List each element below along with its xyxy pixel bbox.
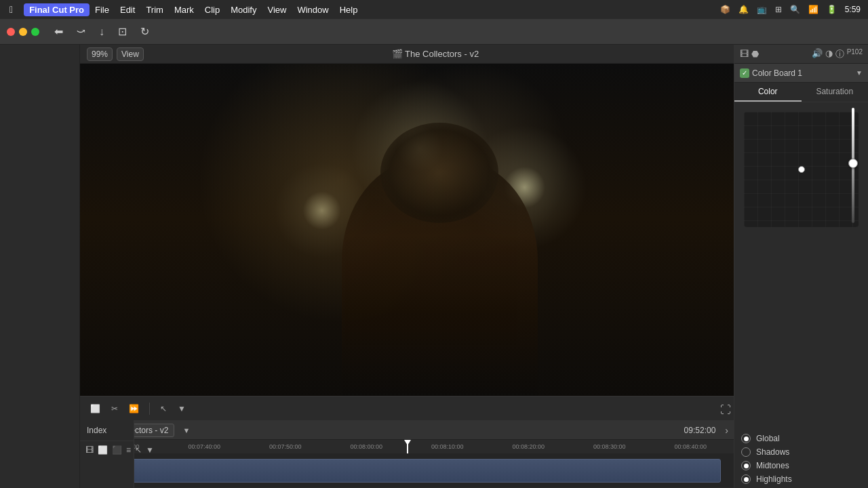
back-button[interactable]: ⬅ <box>50 22 67 41</box>
left-sidebar <box>0 45 80 488</box>
tool-chevron[interactable]: ▼ <box>174 402 189 415</box>
clip-icon[interactable]: ⬜ <box>98 445 108 455</box>
radio-midtones[interactable] <box>741 461 751 470</box>
video-canvas[interactable] <box>80 64 734 450</box>
saturation-slider[interactable] <box>846 108 860 223</box>
ruler-mark-3: 00:07:50:00 <box>245 443 326 450</box>
radio-highlights-dot <box>744 477 749 482</box>
range-global[interactable]: Global <box>741 434 861 443</box>
forward-button[interactable]: ⤺ <box>73 22 90 41</box>
grid-icon: ⊞ <box>773 5 784 14</box>
tab-saturation[interactable]: Saturation <box>802 83 869 102</box>
ruler-mark-7: 00:08:30:00 <box>569 443 650 450</box>
panel-id: P102 <box>847 48 863 60</box>
select-tool-button[interactable]: ↖ <box>157 402 170 415</box>
radio-global[interactable] <box>741 434 751 443</box>
apple-logo[interactable]:  <box>5 4 17 15</box>
viewer-header: 99% View 🎬 The Collectors - v2 <box>80 45 734 64</box>
fullscreen-toggle[interactable]: ⛶ <box>720 404 731 416</box>
radio-shadows[interactable] <box>741 447 751 457</box>
chevron-down-icon: ▼ <box>856 69 863 77</box>
index-icons: 🎞 ⬜ ⬛ ≡ ↖ ▼ <box>80 441 134 459</box>
filmstrip-icon: 🎞 <box>740 49 749 59</box>
timeline-tracks[interactable] <box>80 453 734 487</box>
tag-icon[interactable]: ⬛ <box>112 445 122 455</box>
menu-help[interactable]: Help <box>334 3 363 16</box>
toolbar: ⬅ ⤺ ↓ ⊡ ↻ <box>0 19 868 45</box>
menu-view[interactable]: View <box>262 3 292 16</box>
menu-clip[interactable]: Clip <box>199 3 225 16</box>
color-board-label: Color Board 1 <box>752 68 853 78</box>
index-panel: Index 🎞 ⬜ ⬛ ≡ ↖ ▼ <box>80 420 134 488</box>
viewer-title: 🎬 The Collectors - v2 <box>144 49 727 59</box>
color-range-group: Global Shadows Midtones Highlights <box>734 430 868 488</box>
timeline-ruler: 00:07:30:00 00:07:40:00 00:07:50:00 00:0… <box>80 440 734 453</box>
refresh-button[interactable]: ↻ <box>136 22 153 41</box>
radio-midtones-dot <box>744 464 749 468</box>
timeline-dropdown-icon[interactable]: ▼ <box>182 426 190 434</box>
menu-modify[interactable]: Modify <box>225 3 262 16</box>
range-midtones[interactable]: Midtones <box>741 461 861 470</box>
color-tabs: Color Saturation <box>734 83 868 102</box>
color-board-area <box>734 102 868 430</box>
menu-mark[interactable]: Mark <box>169 3 199 16</box>
color-board-selector[interactable]: ✓ Color Board 1 ▼ <box>734 64 868 83</box>
range-shadows[interactable]: Shadows <box>741 447 861 457</box>
filmstrip-small-icon[interactable]: 🎞 <box>85 445 94 455</box>
clock-icon[interactable]: ◑ <box>825 48 833 60</box>
time-display: 5:59 <box>843 5 863 14</box>
range-midtones-label: Midtones <box>756 461 789 470</box>
color-board-dot[interactable] <box>798 166 805 173</box>
range-highlights[interactable]: Highlights <box>741 474 861 484</box>
playhead[interactable] <box>407 440 408 453</box>
radio-highlights[interactable] <box>741 474 751 484</box>
razor-tool-button[interactable]: ✂ <box>108 402 121 415</box>
speed-tool-button[interactable]: ⏩ <box>125 402 142 415</box>
ruler-mark-5: 00:08:10:00 <box>407 443 488 450</box>
filter-icon: ⬣ <box>751 49 759 59</box>
menubar:  Final Cut Pro File Edit Trim Mark Clip… <box>0 0 868 19</box>
color-board-checkbox[interactable]: ✓ <box>740 68 749 78</box>
right-panel: 🎞 ⬣ 🔊 ◑ ⓘ P102 ✓ Color Board 1 ▼ Color S… <box>734 45 868 488</box>
timeline-next-button[interactable]: › <box>725 425 728 436</box>
menu-trim[interactable]: Trim <box>140 3 169 16</box>
slider-thumb[interactable] <box>848 159 858 168</box>
tab-color[interactable]: Color <box>734 83 802 102</box>
speaker-icon[interactable]: 🔊 <box>812 48 823 60</box>
zoom-selector[interactable]: 99% <box>87 47 113 61</box>
right-panel-header: 🎞 ⬣ 🔊 ◑ ⓘ P102 <box>734 45 868 64</box>
video-frame <box>80 64 734 450</box>
list-icon[interactable]: ≡ <box>126 445 131 455</box>
ruler-mark-4: 00:08:00:00 <box>326 443 408 450</box>
viewer-bottom-toolbar: ⬜ ✂ ⏩ ↖ ▼ <box>80 396 734 420</box>
import-button[interactable]: ↓ <box>95 23 108 41</box>
menu-window[interactable]: Window <box>292 3 334 16</box>
menubar-right-icons: 📦 🔔 📺 ⊞ 🔍 📶 🔋 5:59 <box>718 5 863 14</box>
view-button[interactable]: View <box>117 47 144 61</box>
dropbox-icon: 📦 <box>718 5 732 14</box>
menu-edit[interactable]: Edit <box>115 3 140 16</box>
viewer-controls: 99% View <box>87 47 144 61</box>
timeline-duration: 09:52:00 <box>684 426 716 435</box>
menu-file[interactable]: File <box>90 3 115 16</box>
range-highlights-label: Highlights <box>756 474 792 484</box>
clip-tool-button[interactable]: ⬜ <box>87 402 104 415</box>
minimize-button[interactable] <box>19 28 27 36</box>
info-icon[interactable]: ⓘ <box>835 48 844 60</box>
menu-final-cut-pro[interactable]: Final Cut Pro <box>24 3 90 16</box>
search-icon[interactable]: 🔍 <box>788 5 802 14</box>
window-controls <box>7 28 39 36</box>
notification-icon: 🔔 <box>736 5 751 14</box>
arrow-icon[interactable]: ↖ <box>135 445 142 455</box>
color-board-canvas[interactable] <box>744 112 859 227</box>
timeline-area: ‹ The Collectors - v2 ▼ 09:52:00 › 00:07… <box>80 420 734 488</box>
range-shadows-label: Shadows <box>756 447 789 457</box>
fullscreen-button[interactable] <box>31 28 39 36</box>
close-button[interactable] <box>7 28 15 36</box>
arrow-down-icon[interactable]: ▼ <box>146 445 154 455</box>
index-button[interactable]: Index <box>80 420 134 441</box>
index-label: Index <box>87 426 106 435</box>
timeline-clip-1[interactable] <box>93 459 720 483</box>
share-button[interactable]: ⊡ <box>114 22 131 41</box>
ruler-mark-6: 00:08:20:00 <box>488 443 570 450</box>
